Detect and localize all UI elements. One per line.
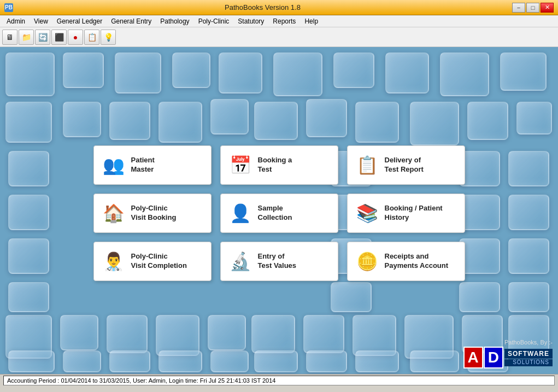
bg-square-55 — [331, 282, 372, 312]
card-polyclinic-visit-booking[interactable]: 🏠Poly-Clinic Visit Booking — [93, 194, 212, 233]
bg-square-34 — [109, 350, 150, 372]
bg-square-0 — [5, 52, 55, 96]
toolbar-btn-dark[interactable]: ⬛ — [51, 30, 67, 45]
window-controls: − □ ✕ — [512, 3, 554, 13]
window-title: PathoBooks Version 1.8 — [13, 3, 512, 11]
app-icon: PB — [4, 3, 13, 12]
logo-area: PathoBooks, By :- A D SOFTWARE SOLUTIONS — [463, 339, 553, 368]
bg-square-49 — [508, 195, 549, 230]
close-button[interactable]: ✕ — [541, 3, 554, 13]
card-label-entry-test-values: Entry of Test Values — [258, 252, 297, 271]
bg-square-16 — [306, 99, 347, 137]
menu-item-general-entry[interactable]: General Entry — [107, 16, 156, 26]
menu-item-poly-clinic[interactable]: Poly-Clinic — [194, 16, 234, 26]
card-label-patient-master: Patient Master — [131, 156, 155, 174]
bg-square-6 — [333, 52, 374, 88]
menu-item-pathology[interactable]: Pathology — [156, 16, 193, 26]
toolbar-btn-refresh[interactable]: 🔄 — [35, 30, 50, 45]
card-icon-delivery-test: 📋 — [356, 155, 378, 175]
bg-square-25 — [208, 315, 246, 350]
card-label-booking-patient-history: Booking / Patient History — [385, 204, 443, 223]
bg-square-8 — [440, 52, 489, 96]
status-text: Accounting Period : 01/04/2014 to 31/03/… — [3, 376, 555, 385]
menu-item-admin[interactable]: Admin — [2, 16, 30, 26]
bg-square-57 — [508, 282, 549, 312]
maximize-button[interactable]: □ — [526, 3, 539, 13]
menu-item-view[interactable]: View — [30, 16, 52, 26]
toolbar-btn-clipboard[interactable]: 📋 — [84, 30, 99, 45]
bg-square-4 — [219, 52, 262, 93]
bg-square-53 — [508, 238, 549, 274]
bg-square-37 — [254, 350, 298, 372]
menu-item-general-ledger[interactable]: General Ledger — [52, 16, 107, 26]
bg-square-12 — [109, 102, 150, 140]
main-area: 👥Patient Master📅Booking a Test📋Delivery … — [0, 47, 558, 374]
card-icon-entry-test-values: 🔬 — [230, 251, 251, 272]
title-bar-left: PB — [4, 3, 13, 12]
logo-solutions: SOLUTIONS — [504, 359, 553, 366]
bg-square-38 — [306, 350, 347, 372]
card-icon-patient-master: 👥 — [103, 155, 125, 175]
bg-square-26 — [251, 315, 295, 353]
bg-square-54 — [8, 282, 49, 312]
card-label-polyclinic-visit-booking: Poly-Clinic Visit Booking — [131, 204, 177, 223]
status-bar: Accounting Period : 01/04/2014 to 31/03/… — [0, 374, 558, 386]
minimize-button[interactable]: − — [512, 3, 525, 13]
toolbar: 🖥 📁 🔄 ⬛ ● 📋 💡 — [0, 27, 558, 47]
bg-square-27 — [303, 315, 344, 353]
bg-square-1 — [63, 52, 104, 88]
toolbar-btn-screen[interactable]: 🖥 — [2, 30, 17, 45]
card-label-delivery-test: Delivery of Test Report — [385, 156, 424, 174]
bg-square-52 — [459, 238, 500, 274]
bg-square-42 — [8, 151, 49, 186]
logo-box: A D SOFTWARE SOLUTIONS — [463, 347, 553, 368]
bg-square-56 — [459, 282, 500, 312]
card-polyclinic-visit-completion[interactable]: 👨‍⚕️Poly-Clinic Visit Completion — [93, 242, 212, 281]
bg-square-13 — [158, 102, 202, 143]
card-label-polyclinic-visit-completion: Poly-Clinic Visit Completion — [131, 252, 187, 271]
card-receipts-payments[interactable]: 🪙Receipts and Payments Account — [347, 242, 465, 281]
toolbar-btn-red[interactable]: ● — [68, 30, 83, 45]
bg-square-45 — [508, 151, 549, 186]
bg-square-23 — [107, 315, 148, 353]
bg-square-15 — [254, 102, 298, 140]
card-entry-test-values[interactable]: 🔬Entry of Test Values — [220, 242, 338, 281]
menu-bar: AdminViewGeneral LedgerGeneral EntryPath… — [0, 15, 558, 27]
bg-square-20 — [516, 102, 552, 134]
title-bar: PB PathoBooks Version 1.8 − □ ✕ — [0, 0, 558, 15]
menu-item-statutory[interactable]: Statutory — [233, 16, 268, 26]
card-icon-booking-test: 📅 — [230, 155, 251, 175]
bg-square-46 — [8, 195, 49, 230]
bg-square-19 — [467, 102, 508, 140]
bg-square-33 — [63, 350, 101, 372]
bg-square-2 — [115, 52, 161, 93]
bg-square-24 — [156, 315, 199, 356]
menu-item-help[interactable]: Help — [300, 16, 322, 26]
bg-square-28 — [353, 315, 396, 356]
bg-square-48 — [459, 195, 500, 230]
card-delivery-test[interactable]: 📋Delivery of Test Report — [347, 145, 465, 185]
toolbar-btn-help[interactable]: 💡 — [101, 30, 116, 45]
bg-square-14 — [210, 99, 249, 134]
card-icon-receipts-payments: 🪙 — [356, 251, 378, 272]
bg-square-9 — [500, 52, 547, 91]
card-icon-sample-collection: 👤 — [230, 203, 251, 224]
card-booking-test[interactable]: 📅Booking a Test — [220, 145, 338, 185]
logo-a: A — [463, 347, 483, 368]
bg-square-3 — [172, 52, 210, 88]
bg-square-44 — [459, 151, 500, 186]
card-booking-patient-history[interactable]: 📚Booking / Patient History — [347, 194, 465, 233]
toolbar-btn-folder[interactable]: 📁 — [19, 30, 34, 45]
bg-square-39 — [355, 350, 399, 372]
bg-square-50 — [8, 238, 49, 274]
card-icon-booking-patient-history: 📚 — [356, 203, 378, 224]
card-label-sample-collection: Sample Collection — [258, 204, 292, 223]
card-label-booking-test: Booking a Test — [258, 156, 292, 174]
card-icon-polyclinic-visit-completion: 👨‍⚕️ — [103, 251, 125, 272]
card-patient-master[interactable]: 👥Patient Master — [93, 145, 212, 185]
card-sample-collection[interactable]: 👤Sample Collection — [220, 194, 338, 233]
bg-square-36 — [210, 350, 249, 372]
bg-square-17 — [355, 102, 399, 143]
logo-software: SOFTWARE — [504, 349, 553, 359]
menu-item-reports[interactable]: Reports — [268, 16, 300, 26]
